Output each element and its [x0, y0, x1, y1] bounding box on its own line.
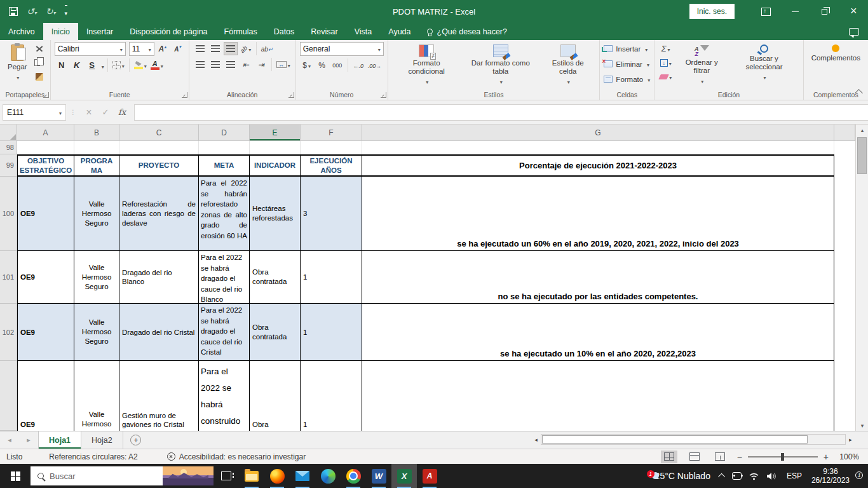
align-bottom-button[interactable] — [224, 42, 238, 55]
align-center-button[interactable] — [208, 58, 222, 71]
cell-G101[interactable]: no se ha ejecutado por las entidades com… — [362, 251, 834, 304]
undo-button[interactable] — [27, 6, 37, 17]
font-color-button[interactable] — [149, 58, 165, 72]
cell-E103[interactable]: Obra — [250, 361, 301, 431]
borders-button[interactable] — [111, 58, 126, 72]
conditional-formatting-button[interactable]: Formato condicional — [392, 42, 461, 90]
increase-font-button[interactable] — [156, 43, 170, 56]
align-left-button[interactable] — [193, 58, 207, 71]
vertical-scrollbar-thumb[interactable] — [857, 137, 867, 174]
zoom-level[interactable]: 100% — [837, 452, 859, 461]
tab-disposicion[interactable]: Disposición de página — [121, 23, 215, 40]
currency-button[interactable]: $ — [300, 58, 314, 72]
cell-B102[interactable]: Valle Hermoso Seguro — [74, 304, 119, 361]
tab-formulas[interactable]: Fórmulas — [216, 23, 266, 40]
dialog-launcher-icon[interactable] — [43, 92, 49, 98]
dialog-launcher-icon[interactable] — [381, 92, 386, 98]
zoom-slider-thumb[interactable] — [781, 453, 784, 461]
cell-D98[interactable] — [199, 141, 250, 154]
taskbar-file-explorer[interactable] — [239, 464, 264, 488]
cell-A102[interactable]: OE9 — [17, 304, 74, 361]
tray-app-icon[interactable] — [732, 472, 742, 480]
enter-button[interactable] — [97, 104, 114, 121]
customize-qat-button[interactable] — [65, 5, 68, 18]
row-header-101[interactable]: 101 — [0, 251, 17, 304]
format-cells-button[interactable]: Formato — [604, 72, 650, 86]
cell-A100[interactable]: OE9 — [17, 177, 74, 251]
cell-C101[interactable]: Dragado del rio Blanco — [119, 251, 199, 304]
number-format-combobox[interactable]: General — [300, 42, 384, 56]
clock[interactable]: 9:36 26/12/2023 — [811, 467, 850, 485]
start-button[interactable] — [0, 464, 31, 488]
delete-cells-button[interactable]: Eliminar — [604, 57, 650, 71]
taskbar-mail[interactable] — [290, 464, 315, 488]
autosum-button[interactable] — [658, 42, 673, 55]
cell-G103[interactable] — [362, 361, 834, 431]
select-all-corner[interactable] — [0, 125, 17, 141]
show-hidden-icons-chevron[interactable] — [718, 473, 725, 480]
cell-E99[interactable]: INDICADOR — [250, 154, 301, 177]
sheet-tab-hoja2[interactable]: Hoja2 — [81, 431, 123, 449]
close-button[interactable] — [839, 0, 868, 23]
taskbar-firefox[interactable] — [264, 464, 290, 488]
cell-F99[interactable]: EJECUCIÓN AÑOS — [301, 154, 362, 177]
cell-D100[interactable]: Para el 2022 se habrán reforestado zonas… — [199, 177, 250, 251]
cell-G100[interactable]: se ha ejecutado un 60% en el año 2019, 2… — [362, 177, 834, 251]
tab-archivo[interactable]: Archivo — [0, 23, 43, 40]
vertical-scrollbar[interactable] — [855, 125, 868, 431]
taskbar-chrome[interactable] — [341, 464, 366, 488]
paste-button[interactable]: Pegar — [4, 42, 31, 90]
tell-me-box[interactable]: ¿Qué desea hacer? — [419, 23, 515, 40]
redo-button[interactable] — [46, 6, 56, 17]
page-layout-view-button[interactable] — [686, 451, 703, 463]
font-size-combobox[interactable]: 11 — [129, 42, 154, 56]
cell-A98[interactable] — [17, 141, 74, 154]
align-right-button[interactable] — [224, 58, 238, 71]
cell-D102[interactable]: Para el 2022 se habrá dragado el cauce d… — [199, 304, 250, 361]
row-header-98[interactable]: 98 — [0, 141, 17, 154]
tab-inicio[interactable]: Inicio — [43, 23, 78, 40]
align-top-button[interactable] — [193, 42, 207, 55]
cell-styles-button[interactable]: Estilos de celda — [540, 42, 595, 90]
cell-E102[interactable]: Obra contratada — [250, 304, 301, 361]
cell-G99[interactable]: Porcentaje de ejecución 2021-2022-2023 — [362, 154, 834, 177]
cancel-button[interactable] — [81, 104, 97, 121]
orientation-button[interactable] — [239, 42, 253, 55]
clear-button[interactable] — [658, 70, 673, 83]
tab-revisar[interactable]: Revisar — [302, 23, 346, 40]
insert-cells-button[interactable]: Insertar — [604, 42, 650, 55]
col-header-C[interactable]: C — [119, 125, 199, 141]
decrease-font-button[interactable] — [171, 43, 185, 56]
cell-A101[interactable]: OE9 — [17, 251, 74, 304]
align-middle-button[interactable] — [208, 42, 222, 55]
cell-C98[interactable] — [119, 141, 199, 154]
cell-F98[interactable] — [301, 141, 362, 154]
row-header-100[interactable]: 100 — [0, 177, 17, 251]
tab-datos[interactable]: Datos — [266, 23, 303, 40]
increase-decimal-button[interactable] — [351, 58, 365, 72]
cut-button[interactable] — [32, 42, 46, 55]
accessibility-status[interactable]: Accesibilidad: es necesario investigar — [167, 452, 306, 461]
tab-insertar[interactable]: Insertar — [78, 23, 121, 40]
page-break-view-button[interactable] — [712, 451, 728, 463]
copy-button[interactable] — [32, 56, 46, 69]
taskbar-edge[interactable] — [315, 464, 341, 488]
cell-C103[interactable]: Gestión muro de gaviones rio Cristal — [119, 361, 199, 431]
addins-button[interactable]: Complementos — [808, 42, 864, 90]
cell-G98[interactable] — [362, 141, 834, 154]
taskbar-acrobat[interactable] — [417, 464, 442, 488]
row-header-103[interactable] — [0, 361, 17, 431]
sign-in-button[interactable]: Inic. ses. — [689, 4, 735, 19]
cell-C100[interactable]: Reforestación de laderas con riesgo de d… — [119, 177, 199, 251]
cell-F101[interactable]: 1 — [301, 251, 362, 304]
underline-button[interactable]: S — [85, 58, 99, 72]
task-view-button[interactable] — [214, 464, 239, 488]
zoom-out-button[interactable] — [737, 452, 742, 462]
col-header-B[interactable]: B — [74, 125, 119, 141]
cell-C99[interactable]: PROYECTO — [119, 154, 199, 177]
taskbar-excel-active[interactable] — [391, 464, 417, 488]
format-as-table-button[interactable]: Dar formato como tabla — [461, 42, 540, 90]
scroll-left-arrow-icon[interactable] — [531, 433, 541, 445]
horizontal-scrollbar[interactable] — [531, 433, 855, 445]
scroll-up-arrow-icon[interactable] — [856, 125, 868, 135]
